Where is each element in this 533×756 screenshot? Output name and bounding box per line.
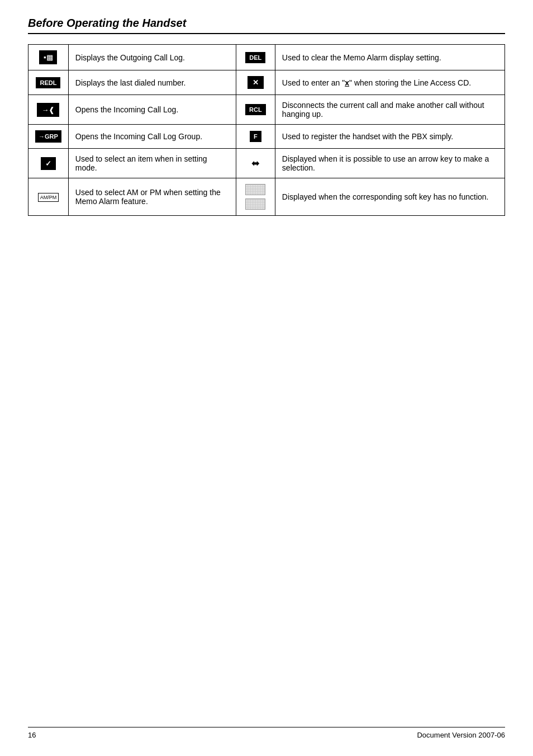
- icon-cell-arrow-cross: ⬌: [236, 149, 275, 178]
- footer-version: Document Version 2007-06: [417, 731, 505, 739]
- desc-cell-arrow-cross: Displayed when it is possible to use an …: [275, 149, 505, 178]
- desc-cell-redl: Displays the last dialed number.: [68, 70, 236, 95]
- x-char: x: [345, 78, 349, 87]
- page-title: Before Operating the Handset: [28, 17, 186, 29]
- ampm-key-icon: AM/PM: [38, 193, 59, 202]
- desc-cell-dotted: Displayed when the corresponding soft ke…: [275, 178, 505, 216]
- page-header: Before Operating the Handset: [28, 17, 505, 34]
- f-key-icon: F: [250, 131, 261, 142]
- rcl-key-icon: RCL: [245, 104, 266, 115]
- icon-cell-incoming: →❰: [28, 95, 69, 125]
- dotted-box-top-icon: [245, 184, 265, 195]
- table-row: →❰ Opens the Incoming Call Log. RCL Disc…: [28, 95, 505, 125]
- icon-cell-x: ✕: [236, 70, 275, 95]
- icon-cell-grp: →GRP: [28, 125, 69, 149]
- icon-cell-outgoing: ▪▩: [28, 45, 69, 70]
- table-row: ✓ Used to select an item when in setting…: [28, 149, 505, 178]
- desc-cell-x: Used to enter an "x" when storing the Li…: [275, 70, 505, 95]
- icon-cell-check: ✓: [28, 149, 69, 178]
- check-key-icon: ✓: [41, 157, 56, 170]
- desc-cell-incoming: Opens the Incoming Call Log.: [68, 95, 236, 125]
- desc-cell-ampm: Used to select AM or PM when setting the…: [68, 178, 236, 216]
- dotted-box-bottom-icon: [245, 199, 265, 210]
- incoming-call-icon: →❰: [37, 103, 59, 117]
- page-footer: 16 Document Version 2007-06: [28, 727, 505, 739]
- icon-cell-del: DEL: [236, 45, 275, 70]
- desc-cell-del: Used to clear the Memo Alarm display set…: [275, 45, 505, 70]
- desc-cell-rcl: Disconnects the current call and make an…: [275, 95, 505, 125]
- table-row: AM/PM Used to select AM or PM when setti…: [28, 178, 505, 216]
- table-row: REDL Displays the last dialed number. ✕ …: [28, 70, 505, 95]
- grp-key-icon: →GRP: [35, 130, 61, 143]
- desc-cell-grp: Opens the Incoming Call Log Group.: [68, 125, 236, 149]
- table-row: →GRP Opens the Incoming Call Log Group. …: [28, 125, 505, 149]
- arrow-cross-icon: ⬌: [251, 157, 260, 169]
- footer-page-number: 16: [28, 731, 36, 739]
- icon-cell-redl: REDL: [28, 70, 69, 95]
- icon-cell-ampm: AM/PM: [28, 178, 69, 216]
- icon-cell-dotted: [236, 178, 275, 216]
- x-key-icon: ✕: [248, 76, 264, 89]
- icon-cell-f: F: [236, 125, 275, 149]
- desc-cell-f: Used to register the handset with the PB…: [275, 125, 505, 149]
- phone-log-icon: ▪▩: [39, 50, 57, 64]
- reference-table: ▪▩ Displays the Outgoing Call Log. DEL U…: [28, 44, 505, 216]
- del-key-icon: DEL: [245, 52, 265, 63]
- redl-key-icon: REDL: [36, 77, 60, 88]
- desc-cell-check: Used to select an item when in setting m…: [68, 149, 236, 178]
- desc-cell-outgoing: Displays the Outgoing Call Log.: [68, 45, 236, 70]
- table-row: ▪▩ Displays the Outgoing Call Log. DEL U…: [28, 45, 505, 70]
- icon-cell-rcl: RCL: [236, 95, 275, 125]
